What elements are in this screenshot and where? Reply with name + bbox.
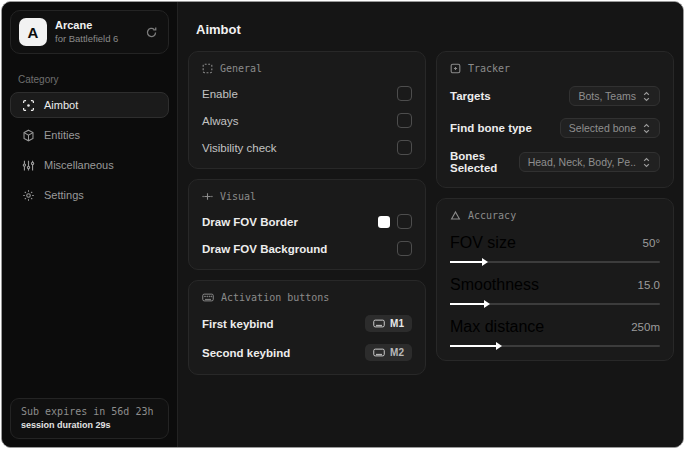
setting-label: Find bone type bbox=[450, 122, 532, 134]
bones-selected-dropdown[interactable]: Head, Neck, Body, Pe.. bbox=[519, 152, 660, 172]
enable-checkbox[interactable] bbox=[397, 86, 412, 101]
first-keybind-button[interactable]: M1 bbox=[365, 315, 412, 332]
setting-row: Enable bbox=[202, 86, 412, 101]
sidebar: A Arcane for Battlefield 6 Category bbox=[2, 2, 178, 447]
setting-label: First keybind bbox=[202, 318, 274, 330]
sub-expires-text: Sub expires in 56d 23h bbox=[21, 406, 158, 417]
setting-label: Smoothness bbox=[450, 276, 539, 294]
card-title: General bbox=[220, 63, 262, 74]
sidebar-item-miscellaneous[interactable]: Miscellaneous bbox=[10, 152, 169, 178]
setting-label: Targets bbox=[450, 90, 491, 102]
chevrons-up-down-icon bbox=[642, 157, 651, 168]
app-subtitle: for Battlefield 6 bbox=[55, 33, 134, 45]
fov-border-color-swatch[interactable] bbox=[378, 216, 390, 228]
card-title: Accuracy bbox=[468, 210, 516, 221]
sidebar-item-label: Entities bbox=[44, 129, 80, 141]
refresh-icon[interactable] bbox=[142, 23, 160, 41]
main-content: Aimbot General Enable Alw bbox=[178, 2, 683, 447]
crosshair-icon bbox=[21, 99, 35, 112]
dropdown-value: Bots, Teams bbox=[578, 90, 636, 102]
session-duration-text: session duration 29s bbox=[21, 420, 158, 430]
setting-label: Max distance bbox=[450, 318, 544, 336]
keybind-value: M2 bbox=[390, 347, 404, 358]
fov-size-slider[interactable] bbox=[450, 261, 660, 263]
setting-label: Visibility check bbox=[202, 142, 277, 154]
setting-row: Smoothness 15.0 bbox=[450, 276, 660, 305]
second-keybind-button[interactable]: M2 bbox=[365, 344, 412, 361]
sidebar-item-entities[interactable]: Entities bbox=[10, 122, 169, 148]
chevrons-up-down-icon bbox=[642, 91, 651, 102]
setting-row: Targets Bots, Teams bbox=[450, 86, 660, 106]
card-title: Tracker bbox=[468, 63, 510, 74]
chevrons-up-down-icon bbox=[642, 123, 651, 134]
app-name: Arcane bbox=[55, 19, 134, 33]
slider-fill bbox=[450, 303, 484, 305]
setting-label: Always bbox=[202, 115, 238, 127]
keyboard-icon bbox=[202, 292, 214, 303]
keyboard-icon bbox=[373, 348, 385, 357]
triangle-icon bbox=[450, 210, 461, 221]
app-window: A Arcane for Battlefield 6 Category bbox=[1, 1, 684, 448]
box-icon bbox=[21, 129, 35, 142]
keybind-value: M1 bbox=[390, 318, 404, 329]
sidebar-item-label: Settings bbox=[44, 189, 84, 201]
setting-row: Visibility check bbox=[202, 140, 412, 155]
visibility-check-checkbox[interactable] bbox=[397, 140, 412, 155]
max-distance-slider[interactable] bbox=[450, 345, 660, 347]
activation-card: Activation buttons First keybind M1 Seco… bbox=[188, 280, 426, 375]
slider-value: 50° bbox=[643, 237, 660, 249]
app-header: A Arcane for Battlefield 6 bbox=[10, 10, 169, 54]
setting-row: Draw FOV Border bbox=[202, 214, 412, 229]
setting-row: FOV size 50° bbox=[450, 234, 660, 263]
sidebar-item-settings[interactable]: Settings bbox=[10, 182, 169, 208]
page-title: Aimbot bbox=[196, 22, 674, 37]
slider-fill bbox=[450, 345, 496, 347]
adjust-icon bbox=[202, 191, 213, 202]
setting-row: Always bbox=[202, 113, 412, 128]
targets-dropdown[interactable]: Bots, Teams bbox=[569, 86, 660, 106]
setting-label: Bones Selected bbox=[450, 150, 519, 174]
keyboard-icon bbox=[373, 319, 385, 328]
dropdown-value: Selected bone bbox=[569, 122, 636, 134]
category-label: Category bbox=[18, 74, 161, 85]
draw-fov-border-checkbox[interactable] bbox=[397, 214, 412, 229]
slider-fill bbox=[450, 261, 482, 263]
card-title: Activation buttons bbox=[221, 292, 329, 303]
tracker-card: Tracker Targets Bots, Teams Find bone ty… bbox=[436, 51, 674, 188]
setting-row: First keybind M1 bbox=[202, 315, 412, 332]
tracker-icon bbox=[450, 63, 461, 74]
dropdown-value: Head, Neck, Body, Pe.. bbox=[528, 156, 636, 168]
app-brand: Arcane for Battlefield 6 bbox=[55, 19, 134, 45]
slider-value: 250m bbox=[631, 321, 660, 333]
smoothness-slider[interactable] bbox=[450, 303, 660, 305]
sidebar-item-label: Miscellaneous bbox=[44, 159, 114, 171]
sliders-icon bbox=[21, 159, 35, 172]
gear-icon bbox=[21, 189, 35, 202]
setting-row: Draw FOV Background bbox=[202, 241, 412, 256]
sidebar-item-aimbot[interactable]: Aimbot bbox=[10, 92, 169, 118]
setting-label: FOV size bbox=[450, 234, 516, 252]
sidebar-nav: Aimbot Entities Miscellaneous bbox=[2, 92, 177, 208]
setting-label: Second keybind bbox=[202, 347, 290, 359]
draw-fov-background-checkbox[interactable] bbox=[397, 241, 412, 256]
subscription-box: Sub expires in 56d 23h session duration … bbox=[10, 398, 169, 439]
setting-label: Enable bbox=[202, 88, 238, 100]
card-title: Visual bbox=[220, 191, 256, 202]
dashed-square-icon bbox=[202, 63, 213, 74]
setting-row: Max distance 250m bbox=[450, 318, 660, 347]
setting-label: Draw FOV Border bbox=[202, 216, 298, 228]
slider-value: 15.0 bbox=[638, 279, 660, 291]
sidebar-item-label: Aimbot bbox=[44, 99, 78, 111]
visual-card: Visual Draw FOV Border Draw FOV Backgrou… bbox=[188, 179, 426, 270]
setting-row: Find bone type Selected bone bbox=[450, 118, 660, 138]
setting-label: Draw FOV Background bbox=[202, 243, 327, 255]
find-bone-type-dropdown[interactable]: Selected bone bbox=[560, 118, 660, 138]
setting-row: Second keybind M2 bbox=[202, 344, 412, 361]
general-card: General Enable Always Visibility check bbox=[188, 51, 426, 169]
always-checkbox[interactable] bbox=[397, 113, 412, 128]
setting-row: Bones Selected Head, Neck, Body, Pe.. bbox=[450, 150, 660, 174]
app-logo: A bbox=[19, 18, 47, 46]
accuracy-card: Accuracy FOV size 50° Smoothness bbox=[436, 198, 674, 361]
